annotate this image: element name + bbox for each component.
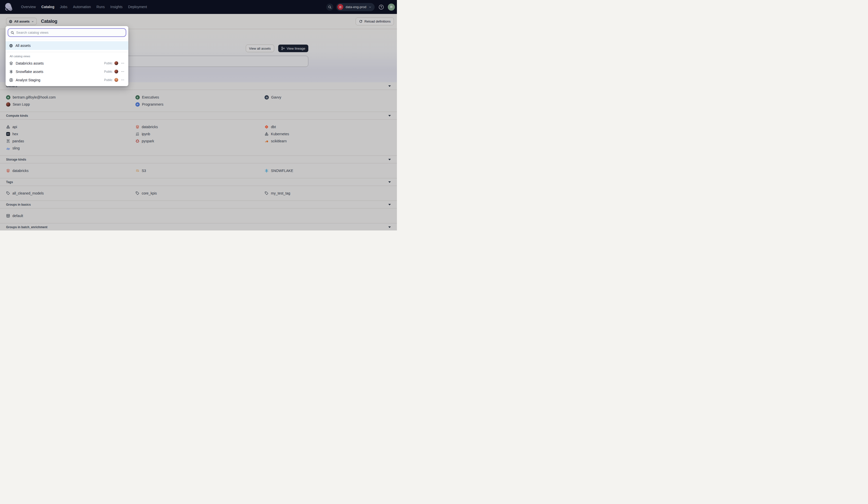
views-section-label: All catalog views — [6, 52, 128, 59]
globe-icon — [9, 44, 13, 48]
visibility-badge: Public — [104, 78, 112, 82]
owner-avatar — [114, 61, 118, 65]
snowflake-icon — [9, 70, 13, 74]
search-icon — [11, 31, 14, 34]
visibility-badge: Public — [104, 70, 112, 73]
layers-icon — [9, 61, 13, 65]
dagster-catalog-page: { "topbar": { "nav_items": [ {"label": "… — [0, 0, 397, 231]
catalog-view-row[interactable]: Snowflake assets Public — [6, 67, 128, 76]
all-assets-option[interactable]: All assets — [6, 41, 128, 50]
person-circle-icon — [9, 78, 13, 82]
divider — [6, 39, 128, 39]
catalog-views-search-input[interactable] — [16, 31, 123, 34]
catalog-view-name: Analyst Staging — [16, 78, 40, 82]
view-menu-button[interactable] — [120, 78, 125, 82]
owner-avatar — [114, 78, 118, 82]
catalog-views-search[interactable] — [8, 28, 126, 37]
view-menu-button[interactable] — [120, 61, 125, 65]
visibility-badge: Public — [104, 62, 112, 65]
catalog-view-row[interactable]: Analyst Staging Public — [6, 76, 128, 84]
catalog-views-list: Databricks assets Public Snowflake asset… — [6, 59, 128, 84]
view-menu-button[interactable] — [120, 69, 125, 74]
catalog-view-name: Snowflake assets — [16, 70, 43, 74]
catalog-view-name: Databricks assets — [16, 61, 43, 65]
catalog-view-row[interactable]: Databricks assets Public — [6, 59, 128, 67]
catalog-views-popover: All assets All catalog views Databricks … — [6, 26, 128, 86]
owner-avatar — [114, 70, 118, 73]
